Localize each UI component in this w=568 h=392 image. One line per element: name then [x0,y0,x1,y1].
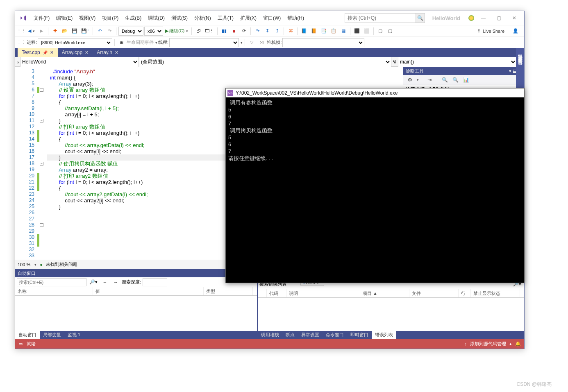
panel-tab[interactable]: 局部变量 [40,331,64,339]
stack-label: 堆栈帧: [267,39,282,45]
console-window[interactable]: C:\ Y:\002_WorkSpace\002_VS\HelloWorld\H… [225,88,525,283]
restart-button[interactable]: ⟳ [239,27,248,36]
menu-item[interactable]: 视图(V) [76,13,98,23]
open-file-button[interactable]: 📂 [60,27,69,36]
pin-icon[interactable]: 📌 [43,50,48,55]
zoom-level[interactable]: 100 % [18,262,30,267]
tool-h[interactable]: ⬜ [362,27,371,36]
nav-fwd-button[interactable]: ▶ [37,27,46,36]
filter2-icon[interactable]: ⋈ [257,38,266,47]
stop-button[interactable]: ■ [229,27,239,36]
step-into-button[interactable]: ↧ [263,27,272,36]
feedback-icon[interactable]: 👤 [511,27,520,36]
notifications-icon[interactable]: 🔔 [515,341,521,347]
continue-button[interactable]: ▶ 继续(C)▾ [164,27,189,36]
step-out-button[interactable]: ↥ [273,27,282,36]
nav-scope-2[interactable]: (全局范围) [139,57,391,67]
menu-item[interactable]: 文件(F) [31,13,52,23]
nav-back-button[interactable]: ◀▾ [27,27,36,36]
depth-input[interactable] [143,278,167,286]
console-title-bar[interactable]: C:\ Y:\002_WorkSpace\002_VS\HelloWorld\H… [226,88,524,97]
process-label: 进程: [27,39,37,45]
tool-2[interactable]: 🗔⋮ [204,27,215,36]
diag-chart-icon[interactable]: 📊 [461,75,470,84]
thread-dropdown[interactable] [169,38,239,47]
menu-item[interactable]: 分析(N) [191,13,214,23]
diag-out-icon[interactable]: ⇥ [425,75,434,84]
menu-item[interactable]: 窗口(W) [260,13,284,23]
save-all-button[interactable]: 💾⁺ [80,27,91,36]
tool-d[interactable]: 📑 [319,27,328,36]
autos-search-input[interactable] [17,278,86,286]
panel-tab[interactable]: 监视 1 [64,331,84,339]
search-icon[interactable]: 🔎▾ [88,278,99,287]
zoom-out-icon[interactable]: 🔍 [451,75,460,84]
close-icon[interactable]: ✕ [85,50,89,55]
menu-item[interactable]: 测试(S) [168,13,191,23]
platform-dropdown[interactable]: x86 [144,27,163,36]
share-icon: ⇪ [477,28,481,34]
new-file-button[interactable]: ✚ [50,27,59,36]
thread-label: 线程: [158,39,168,45]
panel-tab[interactable]: 自动窗口 [15,331,40,339]
panel-tab[interactable]: 错误列表 [372,331,396,339]
stack-dropdown[interactable] [282,38,364,47]
tool-j[interactable]: ▢ [386,27,395,36]
nav-right-icon[interactable]: → [111,278,120,287]
menu-item[interactable]: 编辑(E) [53,13,75,23]
autos-panel: 自动窗口 🔎▾ ← → 搜索深度: 名称值类型 自动窗口局部变量监视 1 [15,270,258,339]
title-bar: 文件(F)编辑(E)视图(V)项目(P)生成(B)调试(D)测试(S)分析(N)… [15,11,524,25]
undo-button[interactable]: ↶ [95,27,104,36]
minimize-button[interactable]: — [476,13,491,23]
zoom-in-icon[interactable]: 🔍 [440,75,449,84]
step-over-button[interactable]: ↷ [253,27,262,36]
notification-icon[interactable] [468,15,474,21]
panel-tab[interactable]: 即时窗口 [347,331,372,339]
panel-tab[interactable]: 异常设置 [298,331,323,339]
document-tab-bar: Test.cpp📌✕Array.cpp✕Array.h✕解决方案资源管理器 [15,48,524,57]
nav-left-icon[interactable]: ← [100,278,109,287]
menu-item[interactable]: 扩展(X) [237,13,259,23]
nav-scope-1[interactable]: HelloWorld [20,57,139,67]
nav-scope-3[interactable]: main() [398,57,517,67]
maximize-button[interactable]: ▢ [491,13,506,23]
menu-item[interactable]: 生成(B) [122,13,144,23]
tool-i[interactable]: ▢ [376,27,385,36]
redo-button[interactable]: ↷ [105,27,114,36]
src-ctrl-button[interactable]: 添加到源代码管理 [470,341,506,347]
console-title: Y:\002_WorkSpace\002_VS\HelloWorld\Hello… [236,90,398,96]
filter-icon[interactable]: ▽ [247,38,256,47]
autos-tabs: 自动窗口局部变量监视 1 [15,331,257,339]
menu-item[interactable]: 项目(P) [99,13,121,23]
tool-a[interactable]: ⌘ [286,27,295,36]
tool-g[interactable]: ⬛ [352,27,361,36]
menu-item[interactable]: 调试(D) [145,13,168,23]
menu-item[interactable]: 帮助(H) [284,13,307,23]
close-icon[interactable]: ✕ [115,50,118,55]
tool-b[interactable]: 📘 [300,27,309,36]
panel-tab[interactable]: 调用堆栈 [258,331,282,339]
file-tab[interactable]: Test.cpp📌✕ [18,48,58,57]
panel-tab[interactable]: 命令窗口 [323,331,347,339]
save-button[interactable]: 💾 [70,27,79,36]
tool-1[interactable]: 🗗 [194,27,203,36]
tool-f[interactable]: ▦ [339,27,348,36]
tool-e[interactable]: 📋 [329,27,338,36]
panel-tab[interactable]: 断点 [282,331,298,339]
close-button[interactable]: ✕ [507,13,522,23]
live-share-button[interactable]: ⇪Live Share [474,28,508,34]
tool-c[interactable]: 📙 [309,27,318,36]
file-tab[interactable]: Array.h✕ [93,48,123,57]
config-dropdown[interactable]: Debug [118,27,143,36]
pause-button[interactable]: ▮▮ [220,27,229,36]
close-icon[interactable]: ✕ [50,50,54,55]
process-dropdown[interactable]: [8900] HelloWorld.exe [38,38,112,47]
quick-search[interactable]: 🔍 [345,13,425,23]
menu-item[interactable]: 工具(T) [215,13,236,23]
diag-settings-icon[interactable]: ⚙ [405,75,414,84]
quick-search-input[interactable] [345,14,416,23]
status-state: 就绪 [27,341,36,347]
search-icon[interactable]: 🔍 [416,14,425,23]
file-tab[interactable]: Array.cpp✕ [58,48,93,57]
lifecycle-icon[interactable]: ⊞ [117,38,126,47]
